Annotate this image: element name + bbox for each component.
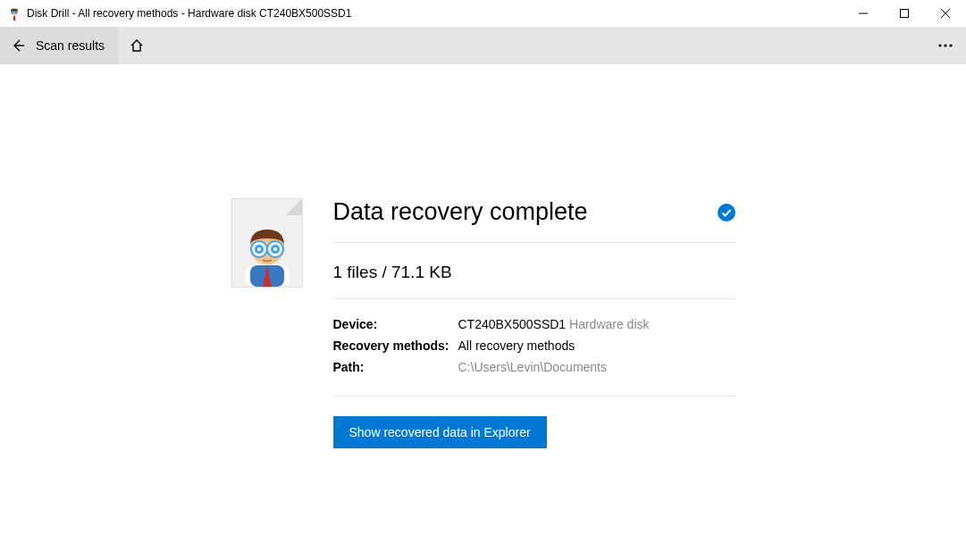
- svg-point-11: [944, 44, 946, 46]
- svg-point-23: [718, 204, 735, 221]
- path-value: C:\Users\Levin\Documents: [458, 360, 608, 374]
- methods-label: Recovery methods:: [333, 339, 458, 353]
- window-controls: [843, 0, 966, 27]
- svg-point-2: [11, 11, 13, 13]
- path-label: Path:: [333, 360, 458, 374]
- path-row: Path: C:\Users\Levin\Documents: [333, 356, 735, 378]
- action-row: Show recovered data in Explorer: [333, 397, 735, 448]
- close-button[interactable]: [925, 0, 966, 27]
- minimize-button[interactable]: [843, 0, 884, 27]
- device-name: CT240BX500SSD1: [458, 317, 567, 331]
- svg-rect-7: [901, 10, 909, 18]
- content-area: Data recovery complete 1 files / 71.1 KB…: [0, 64, 966, 448]
- result-heading: Data recovery complete: [333, 198, 588, 226]
- device-row: Device: CT240BX500SSD1 Hardware disk: [333, 313, 735, 335]
- svg-point-12: [949, 44, 952, 46]
- summary-text: 1 files / 71.1 KB: [333, 243, 735, 299]
- methods-value: All recovery methods: [458, 339, 575, 353]
- more-button[interactable]: [925, 27, 966, 64]
- window-title: Disk Drill - All recovery methods - Hard…: [27, 7, 843, 20]
- device-value: CT240BX500SSD1 Hardware disk: [458, 317, 650, 331]
- details-panel: Data recovery complete 1 files / 71.1 KB…: [333, 198, 735, 448]
- info-table: Device: CT240BX500SSD1 Hardware disk Rec…: [333, 299, 735, 397]
- app-icon: [7, 6, 21, 21]
- back-button[interactable]: [0, 27, 36, 64]
- mascot-icon: [238, 222, 297, 287]
- svg-point-3: [14, 11, 17, 13]
- document-icon: [231, 198, 303, 288]
- back-group: Scan results: [0, 27, 119, 64]
- svg-point-10: [938, 44, 941, 46]
- show-in-explorer-button[interactable]: Show recovered data in Explorer: [333, 416, 547, 448]
- result-card: Data recovery complete 1 files / 71.1 KB…: [231, 198, 735, 448]
- header-row: Data recovery complete: [333, 198, 735, 243]
- maximize-button[interactable]: [884, 0, 925, 27]
- device-type: Hardware disk: [569, 317, 649, 331]
- svg-point-20: [257, 247, 261, 251]
- toolbar: Scan results: [0, 27, 966, 64]
- device-label: Device:: [333, 317, 458, 331]
- svg-point-21: [273, 247, 277, 251]
- svg-rect-5: [13, 16, 15, 21]
- home-button[interactable]: [119, 27, 155, 64]
- titlebar: Disk Drill - All recovery methods - Hard…: [0, 0, 966, 27]
- methods-row: Recovery methods: All recovery methods: [333, 335, 735, 356]
- checkmark-icon: [718, 204, 735, 221]
- scan-results-label: Scan results: [36, 38, 119, 53]
